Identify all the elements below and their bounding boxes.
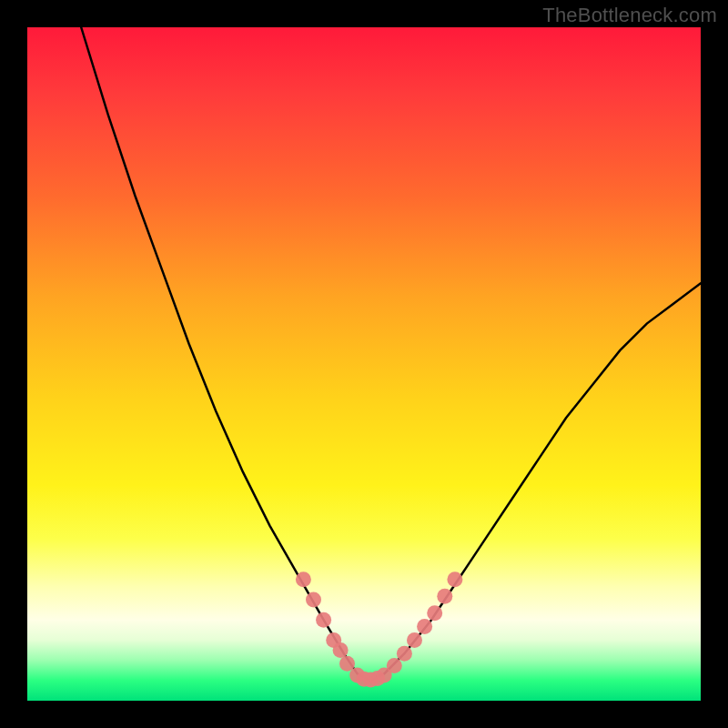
data-marker: [447, 571, 462, 587]
data-marker: [333, 642, 349, 658]
data-marker: [437, 589, 452, 604]
data-marker: [387, 658, 402, 673]
data-marker: [306, 592, 321, 608]
data-marker: [397, 646, 412, 662]
data-marker: [407, 632, 422, 648]
data-marker: [296, 571, 311, 587]
watermark-text: TheBottleneck.com: [542, 4, 717, 27]
bottleneck-curve: [81, 27, 701, 681]
chart-frame: TheBottleneck.com: [0, 0, 728, 728]
data-marker: [427, 605, 442, 621]
chart-svg: [27, 27, 701, 701]
plot-area: [27, 27, 701, 701]
data-marker: [417, 619, 432, 634]
data-marker: [316, 612, 331, 628]
data-markers: [296, 571, 463, 687]
